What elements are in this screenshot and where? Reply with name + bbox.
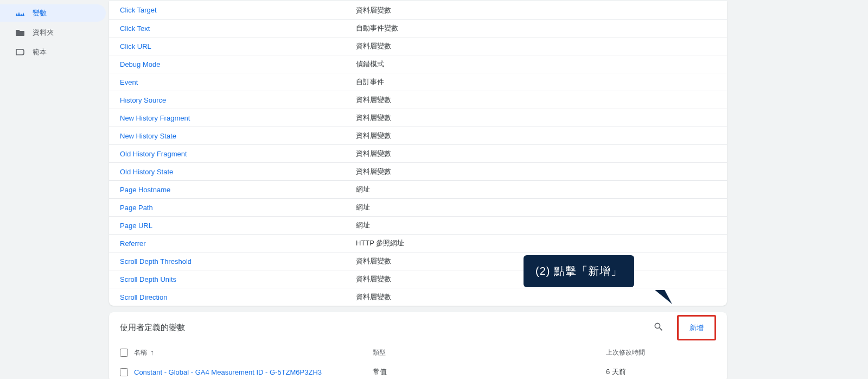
variable-name-link[interactable]: Referrer — [120, 239, 356, 248]
row-checkbox[interactable] — [120, 368, 134, 376]
builtin-variable-row[interactable]: History Source資料層變數 — [109, 91, 727, 109]
builtin-variable-row[interactable]: Old History State資料層變數 — [109, 162, 727, 180]
sort-asc-icon: ↑ — [150, 348, 154, 357]
annotation-callout: (2) 點擊「新增」 — [524, 255, 634, 287]
user-variables-header: 使用者定義的變數 新增 — [109, 312, 727, 343]
variable-type-label: 資料層變數 — [356, 113, 391, 123]
builtin-variable-row[interactable]: Debug Mode偵錯模式 — [109, 55, 727, 73]
sidebar-item-folder[interactable]: 資料夾 — [0, 24, 106, 41]
user-variables-rows: Constant - Global - GA4 Measurement ID -… — [109, 362, 727, 379]
variable-type-label: HTTP 參照網址 — [356, 238, 404, 248]
builtin-variable-row[interactable]: Click Target資料層變數 — [109, 1, 727, 19]
new-button-highlight: 新增 — [677, 315, 716, 340]
sidebar-item-label: 範本 — [33, 47, 47, 57]
variable-type-label: 網址 — [356, 220, 370, 230]
builtin-variable-row[interactable]: Scroll Depth Units資料層變數 — [109, 270, 727, 288]
sidebar-item-template[interactable]: 範本 — [0, 43, 106, 61]
variable-type-label: 網址 — [356, 185, 370, 194]
builtin-variable-row[interactable]: Scroll Depth Threshold資料層變數 — [109, 252, 727, 270]
builtin-variables-list: Click Target資料層變數Click Text自動事件變數Click U… — [109, 1, 727, 306]
variable-name-link[interactable]: Page URL — [120, 222, 356, 230]
right-gutter — [732, 0, 868, 379]
variable-name-link[interactable]: New History State — [120, 132, 356, 140]
variable-type-label: 資料層變數 — [356, 41, 391, 51]
search-button[interactable] — [650, 319, 667, 336]
variable-name-link[interactable]: Debug Mode — [120, 60, 356, 68]
variable-name-link[interactable]: Click Target — [120, 6, 356, 14]
variable-type-label: 資料層變數 — [356, 256, 391, 266]
col-header-modified[interactable]: 上次修改時間 — [606, 348, 716, 357]
variable-type-label: 網址 — [356, 203, 370, 212]
builtin-variable-row[interactable]: Click Text自動事件變數 — [109, 19, 727, 37]
variable-name-link[interactable]: Click URL — [120, 42, 356, 50]
variable-name-link[interactable]: Old History Fragment — [120, 150, 356, 158]
sidebar: 變數 資料夾 範本 — [0, 0, 106, 379]
builtin-variable-row[interactable]: Scroll Direction資料層變數 — [109, 288, 727, 306]
variable-name-link[interactable]: Old History State — [120, 168, 356, 176]
builtin-variable-row[interactable]: Event自訂事件 — [109, 73, 727, 91]
variable-type-label: 資料層變數 — [356, 167, 391, 176]
user-variable-name-link[interactable]: Constant - Global - GA4 Measurement ID -… — [134, 368, 373, 376]
variable-name-link[interactable]: Page Hostname — [120, 186, 356, 194]
variable-type-label: 資料層變數 — [356, 292, 391, 302]
app-root: 變數 資料夾 範本 Click Target資料層變數Click Text自動事… — [0, 0, 868, 379]
row-checkbox-input[interactable] — [120, 368, 128, 376]
variable-name-link[interactable]: New History Fragment — [120, 114, 356, 122]
builtin-variable-row[interactable]: Page Path網址 — [109, 198, 727, 216]
builtin-variable-row[interactable]: New History Fragment資料層變數 — [109, 109, 727, 127]
content-column: Click Target資料層變數Click Text自動事件變數Click U… — [106, 0, 732, 379]
col-header-type[interactable]: 類型 — [373, 348, 606, 357]
variable-name-link[interactable]: Event — [120, 78, 356, 86]
variable-type-label: 自動事件變數 — [356, 23, 398, 33]
variable-type-label: 偵錯模式 — [356, 59, 384, 69]
user-variable-row[interactable]: Constant - Global - GA4 Measurement ID -… — [109, 362, 727, 379]
variable-name-link[interactable]: Page Path — [120, 204, 356, 212]
select-all-checkbox[interactable] — [120, 349, 134, 357]
search-icon — [653, 321, 664, 334]
variable-type-label: 資料層變數 — [356, 274, 391, 284]
variable-type-label: 資料層變數 — [356, 95, 391, 105]
variable-type-label: 資料層變數 — [356, 5, 391, 15]
folder-icon — [15, 28, 25, 37]
variable-type-label: 資料層變數 — [356, 131, 391, 141]
builtin-variable-row[interactable]: New History State資料層變數 — [109, 127, 727, 144]
builtin-variable-row[interactable]: Page Hostname網址 — [109, 180, 727, 198]
user-variables-title: 使用者定義的變數 — [120, 323, 650, 333]
variable-name-link[interactable]: Scroll Depth Threshold — [120, 257, 356, 266]
sidebar-item-label: 變數 — [33, 8, 47, 18]
builtin-variable-row[interactable]: Page URL網址 — [109, 216, 727, 234]
builtin-variable-row[interactable]: ReferrerHTTP 參照網址 — [109, 234, 727, 252]
variable-name-link[interactable]: Click Text — [120, 24, 356, 33]
user-variables-table-head: 名稱 ↑ 類型 上次修改時間 — [109, 343, 727, 362]
builtin-variable-row[interactable]: Old History Fragment資料層變數 — [109, 144, 727, 162]
new-button[interactable]: 新增 — [681, 320, 712, 336]
variable-type-label: 自訂事件 — [356, 77, 384, 87]
user-variable-modified: 6 天前 — [606, 367, 716, 377]
variable-name-link[interactable]: Scroll Depth Units — [120, 275, 356, 283]
sidebar-item-label: 資料夾 — [33, 28, 54, 37]
user-variable-type: 常值 — [373, 367, 606, 377]
variable-name-link[interactable]: History Source — [120, 96, 356, 104]
template-icon — [15, 47, 25, 57]
variable-type-label: 資料層變數 — [356, 149, 391, 159]
select-all-input[interactable] — [120, 349, 128, 357]
builtin-variable-row[interactable]: Click URL資料層變數 — [109, 37, 727, 55]
builtin-variables-panel: Click Target資料層變數Click Text自動事件變數Click U… — [109, 1, 727, 306]
variables-icon — [15, 8, 25, 18]
col-header-name[interactable]: 名稱 ↑ — [134, 348, 373, 357]
sidebar-item-variables[interactable]: 變數 — [0, 4, 106, 22]
variable-name-link[interactable]: Scroll Direction — [120, 293, 356, 301]
user-variables-panel: 使用者定義的變數 新增 名稱 ↑ 類型 上 — [109, 312, 727, 379]
